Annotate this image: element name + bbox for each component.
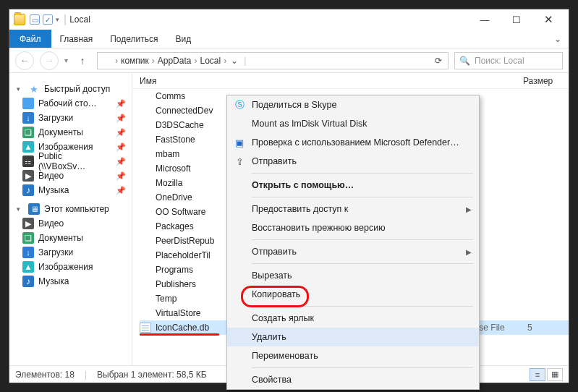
status-selection: Выбран 1 элемент: 58,5 КБ <box>97 370 207 380</box>
app-icon <box>14 14 25 25</box>
view-large-button[interactable]: ▦ <box>547 368 563 381</box>
dl-icon: ↓ <box>22 112 34 124</box>
chevron-down-icon[interactable]: ▾ <box>17 205 24 213</box>
nav-item-label: Документы <box>38 233 83 243</box>
ctx-rename[interactable]: Переименовать <box>227 346 479 365</box>
breadcrumb[interactable]: › компик› AppData› Local› ⌄ | ⟳ <box>97 52 449 69</box>
status-count: Элементов: 18 <box>15 370 75 380</box>
file-tab[interactable]: Файл <box>9 30 51 48</box>
qat-check-icon[interactable]: ✓ <box>43 14 53 25</box>
ctx-copy[interactable]: Копировать <box>227 285 479 304</box>
pc-icon: 🖥 <box>28 203 40 215</box>
nav-item-label: Музыка <box>38 185 69 195</box>
nav-item-label: Видео <box>38 171 64 181</box>
pin-icon: 📌 <box>116 157 126 166</box>
pic-icon: ▲ <box>22 261 34 273</box>
shield-icon: ▣ <box>233 136 246 149</box>
star-icon: ★ <box>28 83 40 95</box>
search-input[interactable]: 🔍 Поиск: Local <box>454 52 563 69</box>
history-dropdown-icon[interactable]: ▾ <box>64 56 68 64</box>
qat-properties-icon[interactable]: ▭ <box>30 14 40 25</box>
nav-item[interactable]: ▲ Изображения <box>9 260 132 274</box>
folder-icon <box>140 221 151 231</box>
annotation-underline <box>140 333 219 336</box>
nav-this-pc[interactable]: ▾ 🖥 Этот компьютер <box>9 202 132 216</box>
breadcrumb-drop-icon[interactable]: ⌄ <box>229 56 239 66</box>
folder-icon <box>140 294 151 304</box>
nav-item[interactable]: ❏ Документы <box>9 231 132 245</box>
chevron-down-icon[interactable]: ▾ <box>17 85 24 93</box>
ctx-skype[interactable]: ⓈПоделиться в Skype <box>227 95 479 114</box>
maximize-button[interactable]: ☐ <box>501 9 532 30</box>
nav-item-label: Изображения <box>38 142 93 152</box>
ctx-properties[interactable]: Свойства <box>227 370 479 389</box>
nav-item[interactable]: Рабочий сто… 📌 <box>9 96 132 111</box>
pin-icon: 📌 <box>116 99 126 108</box>
nav-item[interactable]: ↓ Загрузки 📌 <box>9 111 132 125</box>
music-icon: ♪ <box>22 276 34 287</box>
folder-icon <box>140 135 151 145</box>
col-name[interactable]: Имя <box>140 76 349 86</box>
ctx-restore[interactable]: Восстановить прежнюю версию <box>227 218 479 237</box>
dl-icon: ↓ <box>22 247 34 258</box>
tab-home[interactable]: Главная <box>51 30 102 48</box>
ctx-send[interactable]: ⇪Отправить <box>227 152 479 171</box>
nav-item[interactable]: ❏ Документы 📌 <box>9 125 132 140</box>
file-size: 5 <box>527 323 532 333</box>
context-menu: ⓈПоделиться в Skype Mount as ImDisk Virt… <box>226 95 480 390</box>
crumb-pc[interactable]: компик <box>121 56 149 66</box>
nav-item[interactable]: ↓ Загрузки <box>9 245 132 260</box>
nav-item-label: Изображения <box>38 262 93 272</box>
folder-icon <box>140 265 151 275</box>
pic-icon: ▲ <box>22 141 34 153</box>
crumb-appdata[interactable]: AppData <box>158 56 192 66</box>
ctx-shortcut[interactable]: Создать ярлык <box>227 309 479 328</box>
desktop-icon <box>22 98 34 109</box>
minimize-button[interactable]: — <box>469 9 501 30</box>
ctx-sendto[interactable]: Отправить▶ <box>227 242 479 261</box>
nav-quick-access[interactable]: ▾ ★ Быстрый доступ <box>9 82 132 96</box>
nav-item[interactable]: ▶ Видео <box>9 216 132 231</box>
chevron-right-icon: ▶ <box>466 205 472 213</box>
nav-item[interactable]: ♪ Музыка 📌 <box>9 183 132 197</box>
pin-icon: 📌 <box>116 171 126 181</box>
refresh-icon[interactable]: ⟳ <box>432 56 445 66</box>
ribbon-expand-icon[interactable]: ⌄ <box>547 30 569 48</box>
net-icon: ⚏ <box>22 155 34 167</box>
nav-item-label: Музыка <box>38 276 69 286</box>
folder-icon <box>140 279 151 289</box>
nav-item-label: Видео <box>38 218 64 229</box>
ctx-delete[interactable]: Удалить <box>227 328 479 346</box>
tab-share[interactable]: Поделиться <box>101 30 166 48</box>
crumb-local[interactable]: Local <box>200 56 221 66</box>
doc-icon: ❏ <box>22 232 34 244</box>
doc-icon: ❏ <box>22 127 34 138</box>
view-details-button[interactable]: ≡ <box>530 368 545 381</box>
search-placeholder: Поиск: Local <box>475 56 524 66</box>
folder-icon <box>140 308 151 318</box>
folder-icon <box>140 106 151 116</box>
chevron-right-icon: ▶ <box>466 248 472 256</box>
folder-icon <box>140 250 151 260</box>
ctx-cut[interactable]: Вырезать <box>227 266 479 285</box>
folder-icon <box>140 163 151 174</box>
ctx-imdisk[interactable]: Mount as ImDisk Virtual Disk <box>227 114 479 133</box>
tab-view[interactable]: Вид <box>166 30 200 48</box>
back-button[interactable]: ← <box>15 51 34 70</box>
up-button[interactable]: ↑ <box>74 55 91 67</box>
vid-icon: ▶ <box>22 170 34 182</box>
ctx-defender[interactable]: ▣Проверка с использованием Microsoft Def… <box>227 133 479 152</box>
folder-icon <box>140 178 151 188</box>
close-button[interactable]: ✕ <box>532 9 564 30</box>
pin-icon: 📌 <box>116 186 126 195</box>
nav-item[interactable]: ♪ Музыка <box>9 274 132 289</box>
search-icon: 🔍 <box>459 56 470 66</box>
qat-dropdown-icon[interactable]: ▾ <box>56 16 59 23</box>
music-icon: ♪ <box>22 184 34 196</box>
ctx-open-with[interactable]: Открыть с помощью… <box>227 176 479 195</box>
nav-item[interactable]: ⚏ Public (\\VBoxSv… 📌 <box>9 154 132 169</box>
col-size[interactable]: Размер <box>523 76 569 86</box>
forward-button[interactable]: → <box>40 51 59 70</box>
ctx-access[interactable]: Предоставить доступ к▶ <box>227 200 479 218</box>
folder-icon <box>101 56 112 66</box>
